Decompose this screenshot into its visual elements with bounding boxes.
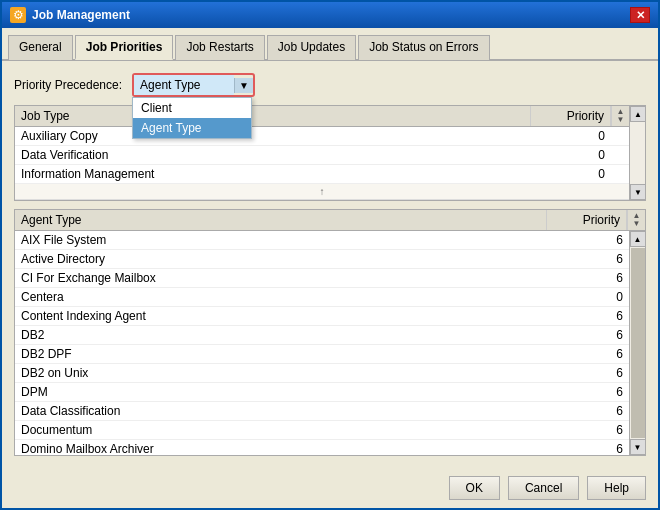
agent-type-row[interactable]: Content Indexing Agent 6 [15, 307, 629, 326]
agent-priority-cell: 6 [549, 231, 629, 249]
agent-sort-down-icon: ▼ [633, 220, 641, 228]
agent-type-cell: Centera [15, 288, 549, 306]
agent-scroll-thumb[interactable] [631, 248, 645, 438]
agent-priority-cell: 6 [549, 440, 629, 455]
agent-type-sort[interactable]: ▲ ▼ [627, 210, 645, 230]
agent-type-row[interactable]: Documentum 6 [15, 421, 629, 440]
agent-type-cell: DPM [15, 383, 549, 401]
agent-type-cell: Domino Mailbox Archiver [15, 440, 549, 455]
tab-job-status-on-errors[interactable]: Job Status on Errors [358, 35, 489, 60]
job-priority-cell: 0 [531, 146, 611, 164]
agent-type-row[interactable]: Active Directory 6 [15, 250, 629, 269]
agent-type-scrollbar: ▲ ▼ [629, 231, 645, 455]
agent-type-cell: Content Indexing Agent [15, 307, 549, 325]
agent-scroll-up[interactable]: ▲ [630, 231, 646, 247]
agent-type-cell: Documentum [15, 421, 549, 439]
dropdown-arrow[interactable]: ▼ [234, 78, 253, 93]
job-type-cell: Data Verification [15, 146, 531, 164]
agent-priority-cell: 0 [549, 288, 629, 306]
agent-type-table: Agent Type Priority ▲ ▼ AIX File System … [14, 209, 646, 456]
job-type-row[interactable]: Auxiliary Copy 0 [15, 127, 629, 146]
dropdown-option-client[interactable]: Client [133, 98, 251, 118]
dropdown-trigger[interactable]: Agent Type ▼ [132, 73, 255, 97]
priority-precedence-label: Priority Precedence: [14, 78, 122, 92]
dropdown-option-agent-type[interactable]: Agent Type [133, 118, 251, 138]
row-spacer [611, 127, 629, 145]
agent-type-cell: DB2 [15, 326, 549, 344]
main-window: ⚙ Job Management ✕ General Job Prioritie… [0, 0, 660, 510]
agent-type-row[interactable]: Domino Mailbox Archiver 6 [15, 440, 629, 455]
sort-down-icon: ▼ [617, 116, 625, 124]
agent-priority-cell: 6 [549, 269, 629, 287]
priority-precedence-row: Priority Precedence: Agent Type ▼ Client… [14, 73, 646, 97]
tab-content: Priority Precedence: Agent Type ▼ Client… [2, 61, 658, 468]
window-icon: ⚙ [10, 7, 26, 23]
agent-priority-cell: 6 [549, 364, 629, 382]
title-bar-left: ⚙ Job Management [10, 7, 130, 23]
window-title: Job Management [32, 8, 130, 22]
job-type-col-header: Job Type [15, 106, 531, 126]
job-type-cell: Auxiliary Copy [15, 127, 531, 145]
agent-type-cell: DB2 on Unix [15, 364, 549, 382]
agent-priority-col-header: Priority [547, 210, 627, 230]
cancel-button[interactable]: Cancel [508, 476, 579, 500]
agent-type-row[interactable]: DB2 on Unix 6 [15, 364, 629, 383]
agent-priority-cell: 6 [549, 345, 629, 363]
tab-job-restarts[interactable]: Job Restarts [175, 35, 264, 60]
agent-type-cell: AIX File System [15, 231, 549, 249]
agent-type-cell: Data Classification [15, 402, 549, 420]
agent-type-scroll-area: AIX File System 6 Active Directory 6 CI … [15, 231, 645, 455]
job-type-sort[interactable]: ▲ ▼ [611, 106, 629, 126]
agent-priority-cell: 6 [549, 326, 629, 344]
agent-type-row[interactable]: CI For Exchange Mailbox 6 [15, 269, 629, 288]
agent-priority-cell: 6 [549, 383, 629, 401]
tab-general[interactable]: General [8, 35, 73, 60]
top-scroll-down[interactable]: ▼ [630, 184, 646, 200]
agent-type-row[interactable]: DB2 DPF 6 [15, 345, 629, 364]
job-type-priority-col-header: Priority [531, 106, 611, 126]
agent-type-row[interactable]: DB2 6 [15, 326, 629, 345]
top-table-scrollbar: ▲ ▼ [629, 106, 645, 200]
tab-job-updates[interactable]: Job Updates [267, 35, 356, 60]
row-spacer [611, 165, 629, 183]
agent-type-cell: DB2 DPF [15, 345, 549, 363]
agent-priority-cell: 6 [549, 250, 629, 268]
top-scroll-track [630, 122, 645, 184]
agent-type-table-inner: Agent Type Priority ▲ ▼ AIX File System … [15, 210, 645, 455]
agent-scroll-down[interactable]: ▼ [630, 439, 646, 455]
agent-priority-cell: 6 [549, 307, 629, 325]
job-type-cell: Information Management [15, 165, 531, 183]
agent-priority-cell: 6 [549, 421, 629, 439]
job-type-row[interactable]: Data Verification 0 [15, 146, 629, 165]
agent-type-row[interactable]: DPM 6 [15, 383, 629, 402]
job-type-table-main: Job Type Priority ▲ ▼ Auxiliary Copy 0 D… [15, 106, 629, 200]
dropdown-popup: Client Agent Type [132, 97, 252, 139]
job-type-table-body: Auxiliary Copy 0 Data Verification 0 Inf… [15, 127, 629, 200]
help-button[interactable]: Help [587, 476, 646, 500]
agent-priority-cell: 6 [549, 402, 629, 420]
job-type-table-header: Job Type Priority ▲ ▼ [15, 106, 629, 127]
agent-type-table-body: AIX File System 6 Active Directory 6 CI … [15, 231, 629, 455]
agent-type-col-header: Agent Type [15, 210, 547, 230]
footer: OK Cancel Help [2, 468, 658, 508]
agent-type-row[interactable]: Centera 0 [15, 288, 629, 307]
job-priority-cell: 0 [531, 165, 611, 183]
agent-type-row[interactable]: AIX File System 6 [15, 231, 629, 250]
job-type-row[interactable]: Information Management 0 [15, 165, 629, 184]
job-priority-cell: 0 [531, 127, 611, 145]
row-spacer [611, 146, 629, 164]
agent-type-row[interactable]: Data Classification 6 [15, 402, 629, 421]
agent-type-cell: CI For Exchange Mailbox [15, 269, 549, 287]
ok-button[interactable]: OK [449, 476, 500, 500]
tab-bar: General Job Priorities Job Restarts Job … [2, 28, 658, 61]
agent-type-cell: Active Directory [15, 250, 549, 268]
top-scroll-up[interactable]: ▲ [630, 106, 646, 122]
agent-type-table-header: Agent Type Priority ▲ ▼ [15, 210, 645, 231]
job-type-table: Job Type Priority ▲ ▼ Auxiliary Copy 0 D… [14, 105, 646, 201]
dropdown-selected-value[interactable]: Agent Type [134, 75, 234, 95]
title-bar: ⚙ Job Management ✕ [2, 2, 658, 28]
close-button[interactable]: ✕ [630, 7, 650, 23]
table-divider: ↑ [15, 184, 629, 200]
priority-dropdown-container: Agent Type ▼ Client Agent Type [132, 73, 255, 97]
tab-job-priorities[interactable]: Job Priorities [75, 35, 174, 60]
